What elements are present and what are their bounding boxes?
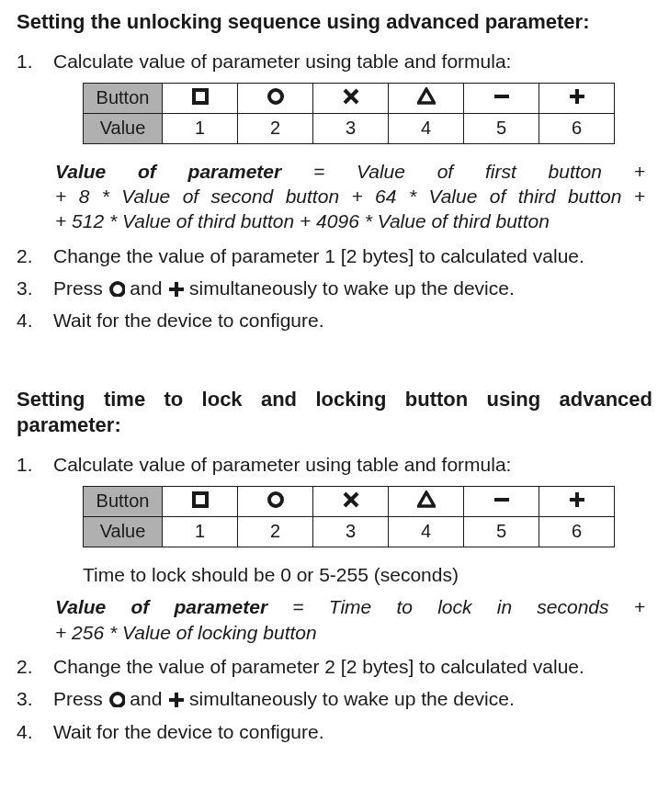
cross-icon bbox=[313, 83, 389, 113]
circle-icon bbox=[238, 487, 313, 517]
minus-icon bbox=[464, 487, 539, 517]
circle-icon bbox=[238, 83, 313, 113]
s2-value-4: 4 bbox=[389, 517, 464, 547]
square-icon bbox=[163, 487, 238, 517]
s1-step3: Press and simultaneously to wake up the … bbox=[17, 276, 652, 300]
table-row: Button bbox=[84, 83, 615, 113]
s1-value-4: 4 bbox=[389, 113, 464, 143]
s1-table-value-label: Value bbox=[84, 113, 163, 143]
s1-table-button-label: Button bbox=[84, 83, 163, 113]
triangle-icon bbox=[389, 83, 464, 113]
s1-value-3: 3 bbox=[313, 113, 389, 143]
s2-step3a: Press bbox=[53, 688, 108, 709]
s2-value-5: 5 bbox=[464, 517, 539, 547]
s1-formula-l1: = Value of first button + bbox=[281, 161, 645, 182]
section2-steps-cont: Change the value of parameter 2 [2 bytes… bbox=[17, 654, 652, 744]
section1-steps: Calculate value of parameter using table… bbox=[17, 49, 652, 73]
s1-formula-l2: + 8 * Value of second button + 64 * Valu… bbox=[55, 184, 645, 209]
s1-step2: Change the value of parameter 1 [2 bytes… bbox=[17, 243, 652, 268]
s2-note: Time to lock should be 0 or 5-255 (secon… bbox=[17, 562, 652, 587]
s2-step3: Press and simultaneously to wake up the … bbox=[17, 686, 652, 711]
s2-value-6: 6 bbox=[539, 517, 615, 547]
plus-icon bbox=[539, 83, 615, 113]
square-icon bbox=[163, 83, 238, 113]
section2-steps: Calculate value of parameter using table… bbox=[17, 452, 652, 477]
s2-step4: Wait for the device to configure. bbox=[17, 719, 652, 744]
s2-formula: Value of parameter = Time to lock in sec… bbox=[17, 594, 652, 645]
s2-table-value-label: Value bbox=[84, 517, 163, 547]
s2-formula-l1: = Time to lock in seconds + bbox=[267, 596, 645, 617]
section2-heading-l2: parameter: bbox=[17, 412, 652, 439]
s1-value-5: 5 bbox=[464, 113, 539, 143]
cross-icon bbox=[313, 487, 389, 517]
s1-value-2: 2 bbox=[238, 113, 313, 143]
minus-icon bbox=[464, 83, 539, 113]
s1-step3a: Press bbox=[53, 277, 108, 299]
s1-value-1: 1 bbox=[163, 113, 238, 143]
circle-icon bbox=[108, 280, 125, 297]
s2-table-wrap: Button Value 1 2 3 4 5 6 bbox=[17, 486, 652, 547]
s1-step3b: and bbox=[125, 277, 168, 299]
s1-value-6: 6 bbox=[539, 113, 615, 143]
s1-step3c: simultaneously to wake up the device. bbox=[184, 277, 515, 299]
s1-table-wrap: Button Value 1 2 3 4 5 6 bbox=[17, 83, 652, 144]
s2-value-1: 1 bbox=[163, 517, 238, 547]
s2-step3b: and bbox=[125, 688, 168, 709]
section2-heading-l1: Setting time to lock and locking button … bbox=[17, 387, 652, 413]
s2-value-3: 3 bbox=[313, 517, 389, 547]
s2-step2: Change the value of parameter 2 [2 bytes… bbox=[17, 654, 652, 679]
s1-step1: Calculate value of parameter using table… bbox=[17, 49, 652, 73]
plus-icon bbox=[539, 487, 615, 517]
section2-heading: Setting time to lock and locking button … bbox=[17, 387, 652, 439]
section1-steps-cont: Change the value of parameter 1 [2 bytes… bbox=[17, 243, 652, 333]
s2-formula-lead: Value of parameter bbox=[55, 596, 267, 617]
plus-icon bbox=[167, 691, 184, 707]
s2-step3c: simultaneously to wake up the device. bbox=[184, 688, 515, 709]
table-row: Value 1 2 3 4 5 6 bbox=[84, 113, 615, 143]
s2-formula-l2: + 256 * Value of locking button bbox=[55, 620, 645, 645]
table-row: Button bbox=[84, 487, 615, 517]
s2-value-2: 2 bbox=[238, 517, 313, 547]
s1-formula: Value of parameter = Value of first butt… bbox=[17, 159, 652, 234]
triangle-icon bbox=[389, 487, 464, 517]
s1-formula-lead: Value of parameter bbox=[55, 161, 281, 182]
section1-heading: Setting the unlocking sequence using adv… bbox=[17, 9, 652, 36]
table-row: Value 1 2 3 4 5 6 bbox=[84, 517, 615, 547]
s1-formula-l3: + 512 * Value of third button + 4096 * V… bbox=[55, 209, 645, 233]
s1-table: Button Value 1 2 3 4 5 6 bbox=[83, 83, 615, 144]
s1-step4: Wait for the device to configure. bbox=[17, 308, 652, 333]
plus-icon bbox=[167, 280, 184, 297]
s2-table: Button Value 1 2 3 4 5 6 bbox=[83, 486, 615, 547]
s2-step1: Calculate value of parameter using table… bbox=[17, 452, 652, 477]
s2-table-button-label: Button bbox=[84, 487, 163, 517]
circle-icon bbox=[108, 691, 125, 707]
